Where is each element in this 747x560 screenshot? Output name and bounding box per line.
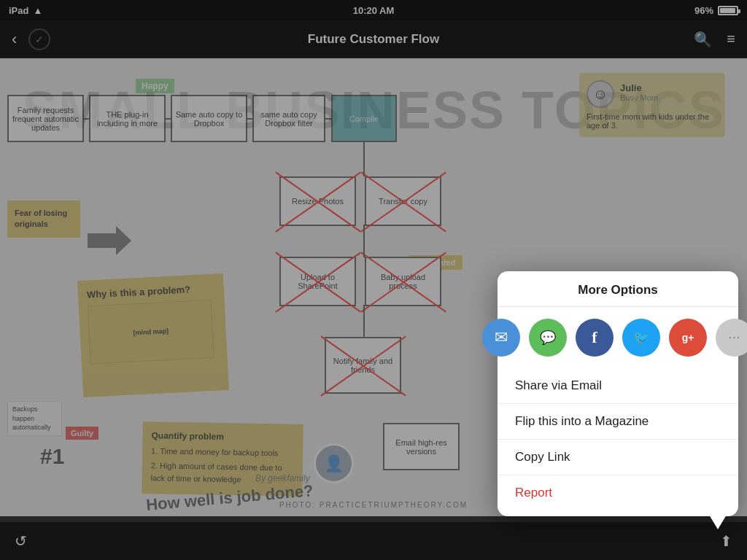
share-facebook-icon[interactable]: f: [576, 319, 614, 357]
share-via-email-item[interactable]: Share via Email: [498, 368, 738, 404]
copy-link-item[interactable]: Copy Link: [498, 440, 738, 475]
popover-title: More Options: [498, 271, 738, 307]
report-item[interactable]: Report: [498, 475, 738, 510]
social-icons-row: ✉ 💬 f 🐦 g+ ···: [498, 307, 738, 368]
flip-magazine-item[interactable]: Flip this into a Magazine: [498, 404, 738, 440]
share-more-icon[interactable]: ···: [716, 319, 747, 357]
share-twitter-icon[interactable]: 🐦: [622, 319, 660, 357]
share-gplus-icon[interactable]: g+: [669, 319, 707, 357]
share-email-icon[interactable]: ✉: [482, 319, 520, 357]
more-options-popover: More Options ✉ 💬 f 🐦 g+ ··· Share via Em…: [498, 271, 738, 516]
share-message-icon[interactable]: 💬: [529, 319, 567, 357]
